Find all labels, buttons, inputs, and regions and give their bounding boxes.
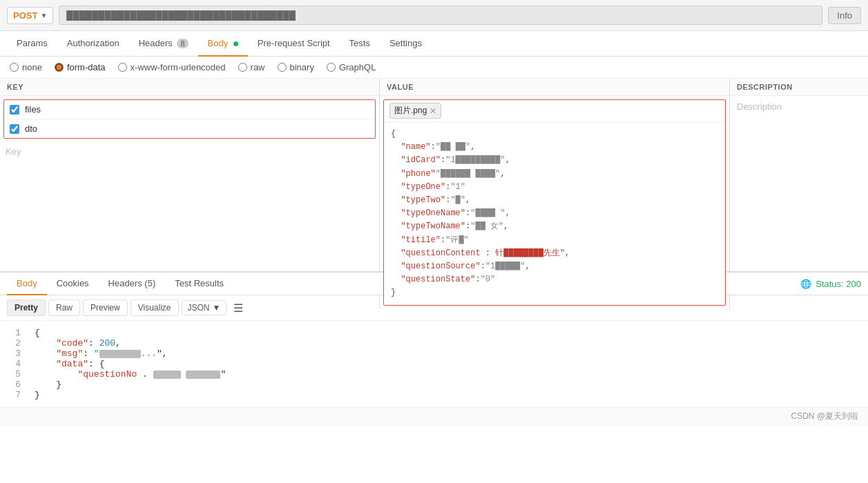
tab-body[interactable]: Body xyxy=(198,31,248,57)
value-column: VALUE 图片.png ✕ { "name":"██ ██", "idCard… xyxy=(380,79,730,309)
body-dot xyxy=(233,41,238,46)
tab-params[interactable]: Params xyxy=(7,31,57,57)
value-json[interactable]: { "name":"██ ██", "idCard":"1█████████",… xyxy=(384,122,725,305)
status-text: Status: 200 xyxy=(816,279,861,289)
key-text-dto: dto xyxy=(25,124,37,134)
key-row-dto: dto xyxy=(4,119,375,138)
radio-binary[interactable]: binary xyxy=(278,62,314,72)
url-input[interactable] xyxy=(59,6,822,25)
format-btn-pretty[interactable]: Pretty xyxy=(7,299,46,316)
resp-line-5: 5 "questionNo . " xyxy=(7,369,861,379)
footer-brand: CSDN @夏天到啦 xyxy=(791,411,858,421)
format-type-select[interactable]: JSON ▼ xyxy=(182,300,227,315)
request-body-section: KEY files dto Key VALUE 图片.png xyxy=(0,79,868,272)
file-tag-close[interactable]: ✕ xyxy=(430,106,436,116)
file-tag-row: 图片.png ✕ xyxy=(384,100,725,122)
tab-body-label: Body xyxy=(208,38,229,48)
resp-line-6: 6 } xyxy=(7,379,861,390)
format-btn-raw[interactable]: Raw xyxy=(48,299,80,316)
value-section: 图片.png ✕ { "name":"██ ██", "idCard":"1██… xyxy=(383,99,726,306)
request-tab-bar: Params Authorization Headers 8 Body Pre-… xyxy=(0,31,868,57)
key-placeholder[interactable]: Key xyxy=(0,142,379,161)
resp-line-3: 3 "msg": "...", xyxy=(7,348,861,359)
response-tab-headers[interactable]: Headers (5) xyxy=(99,273,166,295)
tab-settings[interactable]: Settings xyxy=(380,31,432,57)
radio-formdata[interactable]: form-data xyxy=(55,62,106,72)
response-tab-body[interactable]: Body xyxy=(7,273,47,295)
tab-headers-label: Headers xyxy=(139,38,173,48)
align-icon[interactable]: ☰ xyxy=(229,300,247,316)
desc-header: DESCRIPTION xyxy=(730,79,868,96)
format-type-label: JSON xyxy=(188,303,210,313)
response-body: 1 { 2 "code": 200, 3 "msg": "...", 4 "da… xyxy=(0,321,868,407)
resp-line-4: 4 "data": { xyxy=(7,359,861,369)
tab-tests[interactable]: Tests xyxy=(340,31,380,57)
resp-line-2: 2 "code": 200, xyxy=(7,338,861,348)
method-arrow: ▼ xyxy=(40,12,47,19)
key-checkbox-dto[interactable] xyxy=(10,124,19,134)
url-bar: POST ▼ Info xyxy=(0,0,868,31)
method-select[interactable]: POST ▼ xyxy=(7,7,53,24)
value-header: VALUE xyxy=(380,79,729,96)
tab-prerequest[interactable]: Pre-request Script xyxy=(248,31,340,57)
tab-headers[interactable]: Headers 8 xyxy=(129,31,198,57)
resp-line-7: 7 } xyxy=(7,390,861,400)
response-tab-cookies[interactable]: Cookies xyxy=(47,273,99,295)
key-row-files: files xyxy=(4,100,375,119)
globe-icon: 🌐 xyxy=(800,279,811,289)
format-btn-visualize[interactable]: Visualize xyxy=(131,299,179,316)
response-tabs: Body Cookies Headers (5) Test Results xyxy=(7,273,233,295)
radio-urlencoded[interactable]: x-www-form-urlencoded xyxy=(118,62,226,72)
tab-authorization[interactable]: Authorization xyxy=(57,31,129,57)
format-btn-preview[interactable]: Preview xyxy=(83,299,128,316)
desc-placeholder[interactable]: Description xyxy=(730,96,868,117)
body-type-bar: none form-data x-www-form-urlencoded raw… xyxy=(0,57,868,79)
format-type-arrow: ▼ xyxy=(213,303,221,313)
url-suffix: Info xyxy=(828,7,861,24)
file-tag-name: 图片.png xyxy=(394,105,427,117)
radio-none[interactable]: none xyxy=(10,62,42,72)
response-status: 🌐 Status: 200 xyxy=(800,279,861,289)
footer: CSDN @夏天到啦 xyxy=(0,407,868,425)
file-tag: 图片.png ✕ xyxy=(389,103,441,119)
radio-raw[interactable]: raw xyxy=(238,62,265,72)
radio-graphql[interactable]: GraphQL xyxy=(327,62,376,72)
response-tab-testresults[interactable]: Test Results xyxy=(165,273,233,295)
headers-badge: 8 xyxy=(177,39,188,48)
resp-line-1: 1 { xyxy=(7,328,861,338)
key-text-files: files xyxy=(25,104,41,115)
key-checkbox-files[interactable] xyxy=(10,105,19,115)
key-header: KEY xyxy=(0,79,379,96)
method-label: POST xyxy=(13,10,37,21)
key-section: files dto xyxy=(3,99,376,139)
